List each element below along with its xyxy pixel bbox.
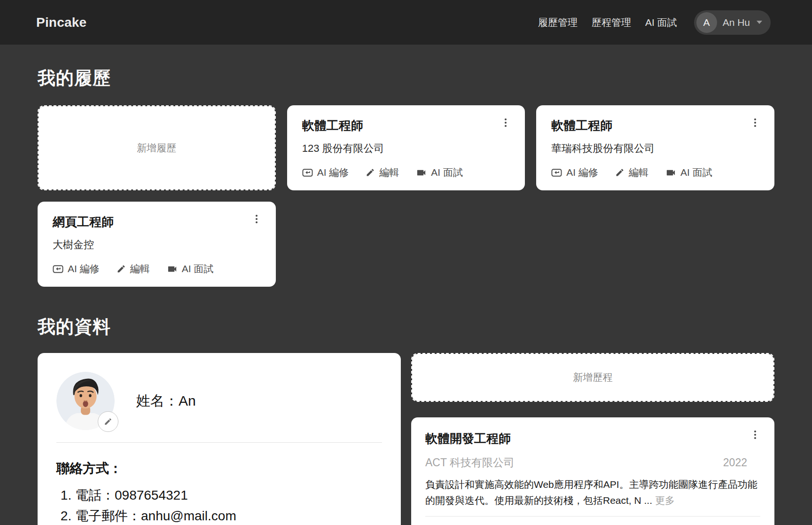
ai-edit-icon xyxy=(53,264,63,274)
edit-label: 編輯 xyxy=(130,262,150,275)
edit-label: 編輯 xyxy=(379,166,399,179)
navbar: Pincake 履歷管理 歷程管理 AI 面試 A An Hu xyxy=(0,0,812,45)
ai-interview-action[interactable]: AI 面試 xyxy=(167,262,214,275)
resume-card-company: 大樹金控 xyxy=(53,238,261,252)
pencil-icon xyxy=(104,417,112,426)
divider xyxy=(425,516,760,517)
resumes-section-heading: 我的履歷 xyxy=(38,66,774,90)
ai-edit-label: AI 編修 xyxy=(566,166,598,179)
edit-action[interactable]: 編輯 xyxy=(615,166,648,179)
ai-interview-label: AI 面試 xyxy=(431,166,463,179)
resume-card-company: 華瑞科技股份有限公司 xyxy=(551,141,759,156)
profile-name: 姓名：An xyxy=(136,392,196,411)
resume-card-3-menu-button[interactable] xyxy=(250,212,264,226)
add-resume-label: 新增履歷 xyxy=(137,141,176,155)
resume-card-title: 軟體工程師 xyxy=(551,118,759,134)
ai-interview-label: AI 面試 xyxy=(182,262,214,275)
profile-card: 姓名：An 聯絡方式： 電話：0987654321 電子郵件：anhu@mail… xyxy=(38,353,401,525)
videocam-icon xyxy=(167,264,178,274)
experience-title: 軟體開發工程師 xyxy=(425,431,760,447)
resume-card-3: 網頁工程師 大樹金控 AI 編修 編輯 AI 面試 xyxy=(38,202,276,287)
ai-edit-action[interactable]: AI 編修 xyxy=(53,262,100,275)
history-column: 新增歷程 軟體開發工程師 ACT 科技有限公司 2022 負責設計和實施高效能的… xyxy=(411,353,774,525)
experience-company: ACT 科技有限公司 xyxy=(425,455,515,470)
nav-link-ai-interview[interactable]: AI 面試 xyxy=(645,16,677,29)
pencil-icon xyxy=(117,264,126,274)
experience-description: 負責設計和實施高效能的Web應用程序和API。主導跨功能團隊進行產品功能的開發與… xyxy=(425,477,760,509)
resume-card-title: 軟體工程師 xyxy=(302,118,510,134)
more-vert-icon xyxy=(500,117,511,128)
experience-meta: ACT 科技有限公司 2022 xyxy=(425,455,760,470)
ai-interview-action[interactable]: AI 面試 xyxy=(665,166,712,179)
resume-card-actions: AI 編修 編輯 AI 面試 xyxy=(302,166,510,179)
resume-card-actions: AI 編修 編輯 AI 面試 xyxy=(53,262,261,275)
nav-link-history-management[interactable]: 歷程管理 xyxy=(592,16,631,29)
pencil-icon xyxy=(615,168,625,177)
resume-card-title: 網頁工程師 xyxy=(53,214,261,230)
avatar-wrap xyxy=(56,372,115,430)
add-history-label: 新增歷程 xyxy=(573,371,613,384)
ai-edit-action[interactable]: AI 編修 xyxy=(551,166,598,179)
experience-year: 2022 xyxy=(723,456,747,469)
experience-card-menu-button[interactable] xyxy=(748,428,762,442)
more-vert-icon xyxy=(251,213,262,225)
avatar-edit-button[interactable] xyxy=(98,411,118,432)
ai-edit-icon xyxy=(302,167,313,178)
videocam-icon xyxy=(416,167,427,178)
user-menu-button[interactable]: A An Hu xyxy=(694,10,771,35)
experience-card: 軟體開發工程師 ACT 科技有限公司 2022 負責設計和實施高效能的Web應用… xyxy=(411,417,774,525)
edit-label: 編輯 xyxy=(629,166,648,179)
experience-description-text: 負責設計和實施高效能的Web應用程序和API。主導跨功能團隊進行產品功能的開發與… xyxy=(425,479,757,506)
resume-cards-grid: 新增履歷 軟體工程師 123 股份有限公司 AI 編修 編輯 AI 面試 xyxy=(38,105,774,287)
avatar-row: 姓名：An xyxy=(56,372,382,430)
brand-logo[interactable]: Pincake xyxy=(36,15,86,30)
edit-action[interactable]: 編輯 xyxy=(366,166,399,179)
resume-card-2-menu-button[interactable] xyxy=(748,116,762,130)
resume-card-1: 軟體工程師 123 股份有限公司 AI 編修 編輯 AI 面試 xyxy=(287,105,525,190)
profile-grid: 姓名：An 聯絡方式： 電話：0987654321 電子郵件：anhu@mail… xyxy=(38,353,774,525)
main-content: 我的履歷 新增履歷 軟體工程師 123 股份有限公司 AI 編修 編輯 xyxy=(0,66,812,525)
nav-link-resume-management[interactable]: 履歷管理 xyxy=(538,16,578,29)
more-vert-icon xyxy=(750,117,761,128)
resume-card-company: 123 股份有限公司 xyxy=(302,141,510,156)
videocam-icon xyxy=(665,167,676,178)
resume-card-1-menu-button[interactable] xyxy=(499,116,513,130)
ai-edit-icon xyxy=(551,167,562,178)
resume-card-2: 軟體工程師 華瑞科技股份有限公司 AI 編修 編輯 AI 面試 xyxy=(536,105,774,190)
resume-card-actions: AI 編修 編輯 AI 面試 xyxy=(551,166,759,179)
divider xyxy=(56,442,382,443)
user-name: An Hu xyxy=(723,17,750,28)
edit-action[interactable]: 編輯 xyxy=(117,262,150,275)
add-resume-card[interactable]: 新增履歷 xyxy=(38,105,276,190)
ai-interview-action[interactable]: AI 面試 xyxy=(416,166,463,179)
ai-interview-label: AI 面試 xyxy=(680,166,712,179)
pencil-icon xyxy=(366,168,375,177)
add-history-card[interactable]: 新增歷程 xyxy=(411,353,774,402)
nav-menu: 履歷管理 歷程管理 AI 面試 A An Hu xyxy=(538,10,771,35)
contact-item-email: 電子郵件：anhu@mail.com xyxy=(75,506,382,525)
user-avatar-initial: A xyxy=(696,12,717,33)
chevron-down-icon xyxy=(757,21,762,24)
contact-heading: 聯絡方式： xyxy=(56,460,382,478)
ai-edit-action[interactable]: AI 編修 xyxy=(302,166,349,179)
contact-list: 電話：0987654321 電子郵件：anhu@mail.com xyxy=(56,485,382,525)
ai-edit-label: AI 編修 xyxy=(317,166,349,179)
more-link[interactable]: 更多 xyxy=(655,495,675,506)
ai-edit-label: AI 編修 xyxy=(68,262,100,275)
contact-item-phone: 電話：0987654321 xyxy=(75,485,382,506)
profile-section-heading: 我的資料 xyxy=(38,315,774,339)
more-vert-icon xyxy=(750,429,761,440)
